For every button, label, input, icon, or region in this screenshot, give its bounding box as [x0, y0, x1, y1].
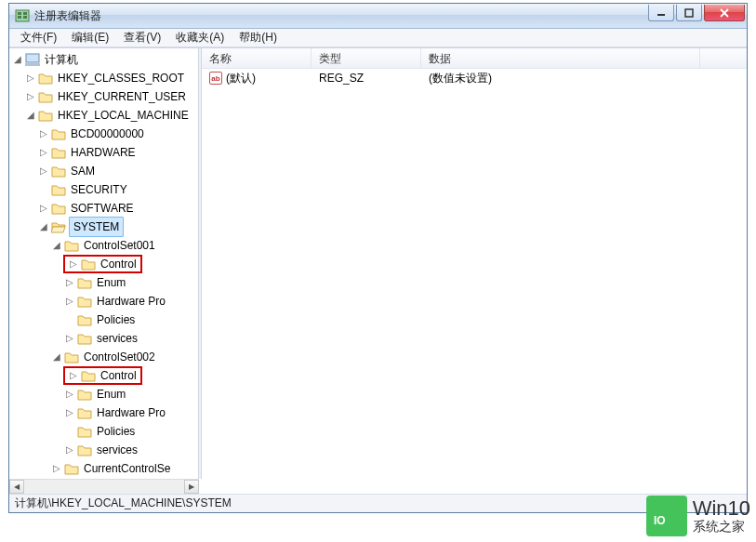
expand-icon[interactable]: ▷	[63, 385, 76, 403]
folder-icon	[38, 90, 53, 103]
list-header: 名称 类型 数据	[202, 48, 747, 69]
folder-open-icon	[51, 220, 66, 233]
list-body[interactable]: ab(默认) REG_SZ (数值未设置)	[202, 69, 747, 479]
highlight-control-1: ▷Control	[63, 255, 142, 273]
expand-icon[interactable]: ▷	[63, 273, 76, 292]
menu-view[interactable]: 查看(V)	[116, 28, 168, 47]
folder-icon	[38, 72, 53, 85]
expand-icon[interactable]: ◢	[11, 50, 24, 69]
expand-icon[interactable]: ▷	[63, 441, 76, 459]
svg-rect-3	[23, 12, 27, 15]
svg-rect-1	[18, 12, 21, 15]
tree-hscroll[interactable]: ◀ ▶	[9, 479, 199, 494]
folder-icon	[81, 369, 96, 382]
folder-icon	[64, 239, 79, 252]
expand-icon[interactable]: ▷	[50, 459, 63, 478]
tree-software[interactable]: SOFTWARE	[69, 199, 136, 218]
expand-icon[interactable]: ▷	[63, 329, 76, 348]
expand-icon[interactable]: ◢	[37, 218, 50, 236]
tree-hwprof-2[interactable]: Hardware Pro	[95, 403, 167, 422]
watermark: IO Win10 系统之家	[646, 496, 750, 536]
tree-md[interactable]: MountedDevices	[82, 478, 168, 479]
watermark-logo-icon: IO	[646, 496, 687, 536]
folder-icon	[51, 202, 66, 215]
tree-control-1[interactable]: Control	[99, 255, 139, 273]
list-pane: 名称 类型 数据 ab(默认) REG_SZ (数值未设置)	[202, 48, 747, 479]
value-data: (数值未设置)	[421, 71, 700, 86]
value-name: (默认)	[226, 71, 256, 86]
tree-enum-1[interactable]: Enum	[95, 273, 127, 292]
svg-rect-4	[23, 16, 27, 19]
tree-hklm[interactable]: HKEY_LOCAL_MACHINE	[56, 106, 191, 125]
expand-icon[interactable]: ◢	[50, 236, 63, 255]
expand-icon[interactable]: ▷	[63, 403, 76, 422]
expand-icon[interactable]: ◢	[24, 106, 37, 125]
expand-icon[interactable]: ▷	[67, 366, 80, 385]
tree-hardware[interactable]: HARDWARE	[69, 143, 138, 162]
expand-icon[interactable]: ▷	[67, 255, 80, 273]
tree-bcd[interactable]: BCD00000000	[69, 125, 146, 143]
expand-icon[interactable]: ◢	[50, 348, 63, 366]
regedit-icon	[15, 8, 30, 23]
scroll-left-icon[interactable]: ◀	[9, 480, 24, 494]
status-path: 计算机\HKEY_LOCAL_MACHINE\SYSTEM	[15, 496, 232, 511]
col-type[interactable]: 类型	[312, 48, 421, 68]
tree-security[interactable]: SECURITY	[69, 180, 129, 199]
svg-rect-2	[18, 16, 21, 19]
tree-pane[interactable]: ◢计算机 ▷HKEY_CLASSES_ROOT ▷HKEY_CURRENT_US…	[9, 48, 199, 479]
expand-icon[interactable]: ▷	[24, 87, 37, 106]
expand-icon[interactable]: ▷	[37, 162, 50, 180]
expand-icon[interactable]: ▷	[37, 143, 50, 162]
list-row[interactable]: ab(默认) REG_SZ (数值未设置)	[202, 69, 747, 87]
expand-icon[interactable]: ▷	[24, 69, 37, 87]
folder-icon	[77, 425, 92, 438]
svg-rect-9	[26, 54, 39, 62]
folder-icon	[51, 183, 66, 196]
folder-icon	[64, 350, 79, 364]
tree-services-2[interactable]: services	[95, 441, 139, 459]
tree-hkcu[interactable]: HKEY_CURRENT_USER	[56, 87, 188, 106]
tree-control-2[interactable]: Control	[99, 366, 139, 385]
tree-services-1[interactable]: services	[95, 329, 139, 348]
svg-rect-10	[25, 63, 40, 66]
tree-cs2[interactable]: ControlSet002	[82, 348, 157, 366]
folder-icon	[77, 276, 92, 289]
menu-edit[interactable]: 编辑(E)	[64, 28, 116, 47]
menu-favorites[interactable]: 收藏夹(A)	[168, 28, 232, 47]
tree-sam[interactable]: SAM	[69, 162, 97, 180]
tree-system[interactable]: SYSTEM	[69, 217, 124, 237]
folder-icon	[77, 295, 92, 308]
tree-cs1[interactable]: ControlSet001	[82, 236, 157, 255]
tree-policies-1[interactable]: Policies	[95, 311, 137, 329]
value-type: REG_SZ	[312, 72, 421, 85]
tree-ccs[interactable]: CurrentControlSe	[82, 459, 172, 478]
menu-help[interactable]: 帮助(H)	[232, 28, 285, 47]
tree-policies-2[interactable]: Policies	[95, 422, 137, 441]
tree-root[interactable]: 计算机	[43, 50, 80, 69]
expand-icon[interactable]: ▷	[37, 125, 50, 143]
highlight-control-2: ▷Control	[63, 366, 142, 385]
folder-icon	[77, 443, 92, 456]
maximize-button[interactable]	[676, 5, 702, 21]
watermark-line2: 系统之家	[693, 520, 750, 534]
expand-icon[interactable]: ▷	[63, 292, 76, 311]
window-buttons	[648, 4, 747, 28]
watermark-line1: Win10	[693, 497, 750, 520]
menu-file[interactable]: 文件(F)	[13, 28, 64, 47]
col-name[interactable]: 名称	[202, 48, 312, 68]
expand-icon[interactable]: ▷	[37, 199, 50, 218]
scroll-right-icon[interactable]: ▶	[184, 480, 199, 494]
titlebar[interactable]: 注册表编辑器	[9, 4, 747, 29]
scroll-track[interactable]	[24, 480, 184, 494]
close-button[interactable]	[704, 5, 745, 21]
folder-icon	[51, 146, 66, 159]
svg-text:IO: IO	[654, 514, 666, 527]
registry-editor-window: 注册表编辑器 文件(F) 编辑(E) 查看(V) 收藏夹(A) 帮助(H) ◢计…	[8, 3, 748, 513]
minimize-button[interactable]	[648, 5, 674, 21]
folder-icon	[64, 462, 79, 475]
col-data[interactable]: 数据	[421, 48, 700, 68]
client-area: ◢计算机 ▷HKEY_CLASSES_ROOT ▷HKEY_CURRENT_US…	[9, 47, 747, 479]
tree-enum-2[interactable]: Enum	[95, 385, 127, 403]
tree-hkcr[interactable]: HKEY_CLASSES_ROOT	[56, 69, 186, 87]
tree-hwprof-1[interactable]: Hardware Pro	[95, 292, 167, 311]
